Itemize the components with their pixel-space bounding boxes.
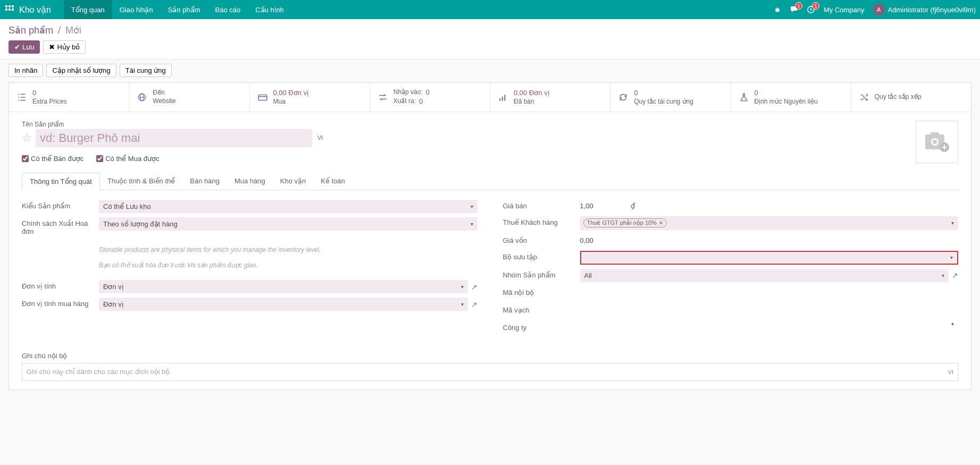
- action-buttons: In nhãn Cập nhật số lượng Tái cung ứng: [9, 60, 971, 82]
- breadcrumb-sep: /: [58, 25, 61, 36]
- svg-rect-3: [5, 9, 7, 11]
- tax-tag: Thuế GTGT phải nộp 10%✕: [583, 218, 667, 227]
- product-name-input[interactable]: [36, 129, 312, 147]
- product-type-select[interactable]: Có thể Lưu kho: [99, 200, 478, 213]
- collection-field[interactable]: [580, 251, 959, 265]
- collection-label: Bộ sưu tập: [503, 251, 580, 261]
- save-button[interactable]: ✔ Lưu: [9, 40, 40, 54]
- menu-overview[interactable]: Tổng quan: [64, 0, 112, 19]
- replenish-button[interactable]: Tái cung ứng: [120, 64, 172, 77]
- category-select[interactable]: All: [580, 269, 949, 282]
- tab-sales[interactable]: Bán hàng: [182, 173, 227, 190]
- product-type-label: Kiểu Sản phẩm: [22, 200, 99, 210]
- tax-field[interactable]: Thuế GTGT phải nộp 10%✕: [580, 216, 959, 230]
- menu-reports[interactable]: Báo cáo: [207, 0, 248, 19]
- external-link-icon[interactable]: ↗: [471, 300, 478, 309]
- uom-select[interactable]: Đơn vị: [99, 280, 468, 293]
- cost-value[interactable]: 0,00: [580, 234, 959, 247]
- can-sell-checkbox[interactable]: Có thể Bán được: [22, 155, 83, 163]
- tabs: Thông tin Tổng quát Thuộc tính & Biến th…: [22, 173, 958, 190]
- can-buy-checkbox[interactable]: Có thể Mua được: [96, 155, 159, 163]
- invoice-policy-select[interactable]: Theo số lượng đặt hàng: [99, 217, 478, 231]
- tab-purchase[interactable]: Mua hàng: [227, 173, 273, 190]
- messages-icon[interactable]: 1: [790, 5, 798, 14]
- tab-general[interactable]: Thông tin Tổng quát: [22, 173, 100, 190]
- tab-accounting[interactable]: Kế toán: [313, 173, 353, 190]
- check-icon: ✔: [14, 43, 20, 51]
- svg-rect-2: [12, 5, 14, 7]
- company-label: Công ty: [503, 322, 580, 332]
- card-icon: [257, 92, 268, 102]
- update-qty-button[interactable]: Cập nhật số lượng: [46, 64, 116, 77]
- notes-lang-badge: VI: [948, 369, 953, 375]
- stat-reorder-rules[interactable]: 0Quy tắc tái cung ứng: [610, 83, 731, 112]
- checkboxes: Có thể Bán được Có thể Mua được: [22, 155, 909, 163]
- stat-website[interactable]: ĐếnWebsite: [129, 83, 249, 112]
- main-content: In nhãn Cập nhật số lượng Tái cung ứng 0…: [0, 60, 980, 399]
- tax-label: Thuế Khách hàng: [503, 216, 580, 226]
- breadcrumb-parent[interactable]: Sản phẩm: [9, 25, 53, 36]
- lang-badge[interactable]: VI: [317, 134, 323, 141]
- notes-input[interactable]: Ghi chú này chỉ dành cho các mục đích nộ…: [22, 363, 958, 381]
- stat-purchased[interactable]: 0,00 Đơn vịMua: [250, 83, 370, 112]
- help-text-2: Bạn có thể xuất hóa đơn trước khi sản ph…: [99, 260, 478, 270]
- debug-icon[interactable]: [774, 6, 781, 13]
- stat-sold[interactable]: 0,00 Đơn vịĐã bán: [490, 83, 610, 112]
- uom-po-select[interactable]: Đơn vị: [99, 298, 468, 311]
- stat-in-out[interactable]: Nhập vào:0 Xuất ra:0: [370, 83, 490, 112]
- sheet-body: Tên Sản phẩm ☆ VI Có thể Bán được Có thể…: [9, 112, 971, 390]
- currency-symbol: ₫: [631, 202, 635, 210]
- topbar: Kho vận Tổng quan Giao Nhận Sản phẩm Báo…: [0, 0, 980, 19]
- shuffle-icon: [859, 92, 869, 102]
- svg-point-16: [933, 140, 937, 144]
- user-menu[interactable]: A Administrator (fj6nyue0vi9m): [873, 4, 976, 15]
- flask-icon: [739, 92, 749, 102]
- svg-rect-5: [12, 9, 14, 11]
- topbar-left: Kho vận Tổng quan Giao Nhận Sản phẩm Báo…: [4, 0, 291, 19]
- tab-inventory[interactable]: Kho vận: [273, 173, 313, 190]
- menu-config[interactable]: Cấu hình: [248, 0, 291, 19]
- discard-button[interactable]: ✖ Hủy bỏ: [43, 40, 86, 54]
- notes-label: Ghi chú nội bộ: [22, 352, 958, 360]
- menu-products[interactable]: Sản phẩm: [161, 0, 208, 19]
- company-select[interactable]: [580, 322, 959, 327]
- breadcrumb-current: Mới: [65, 25, 81, 36]
- left-column: Kiểu Sản phẩm Có thể Lưu kho Chính sách …: [22, 200, 478, 336]
- company-name[interactable]: My Company: [824, 6, 865, 14]
- title-row: Tên Sản phẩm ☆ VI Có thể Bán được Có thể…: [22, 121, 958, 163]
- cost-label: Giá vốn: [503, 234, 580, 244]
- user-name: Administrator (fj6nyue0vi9m): [888, 6, 976, 14]
- menu-transfers[interactable]: Giao Nhận: [112, 0, 161, 19]
- top-menu: Tổng quan Giao Nhận Sản phẩm Báo cáo Cấu…: [64, 0, 291, 19]
- favorite-star-icon[interactable]: ☆: [22, 131, 32, 145]
- svg-rect-17: [931, 132, 939, 136]
- tag-remove-icon[interactable]: ✕: [659, 220, 663, 226]
- control-panel: Sản phẩm / Mới ✔ Lưu ✖ Hủy bỏ: [0, 19, 980, 60]
- product-image-upload[interactable]: [916, 121, 958, 163]
- tab-variants[interactable]: Thuộc tính & Biến thể: [100, 173, 182, 190]
- external-link-icon[interactable]: ↗: [952, 271, 958, 280]
- invoice-policy-label: Chính sách Xuất Hoá đơn: [22, 217, 99, 235]
- svg-rect-12: [502, 97, 503, 101]
- close-icon: ✖: [49, 43, 55, 51]
- barcode-input[interactable]: [580, 304, 959, 317]
- topbar-right: 1 1 My Company A Administrator (fj6nyue0…: [774, 4, 976, 15]
- svg-rect-1: [9, 5, 11, 7]
- internal-ref-input[interactable]: [580, 286, 959, 300]
- price-value[interactable]: 1,00: [580, 202, 593, 210]
- stat-buttons: 0Extra Prices ĐếnWebsite 0,00 Đơn vịMua …: [9, 83, 971, 112]
- uom-po-label: Đơn vị tính mua hàng: [22, 298, 99, 308]
- avatar: A: [873, 4, 885, 15]
- apps-icon[interactable]: [4, 4, 15, 15]
- discard-label: Hủy bỏ: [57, 43, 80, 51]
- help-text-1: Storable products are physical items for…: [99, 245, 478, 255]
- transfer-icon: [378, 92, 388, 102]
- stat-extra-prices[interactable]: 0Extra Prices: [9, 83, 129, 112]
- external-link-icon[interactable]: ↗: [471, 283, 478, 291]
- activities-icon[interactable]: 1: [807, 5, 815, 14]
- barcode-label: Mã vạch: [503, 304, 580, 314]
- print-label-button[interactable]: In nhãn: [9, 64, 43, 77]
- svg-rect-10: [258, 95, 267, 100]
- stat-putaway-rules[interactable]: Quy tắc sắp xếp: [851, 83, 971, 112]
- stat-bom[interactable]: 0Định mức Nguyên liệu: [731, 83, 851, 112]
